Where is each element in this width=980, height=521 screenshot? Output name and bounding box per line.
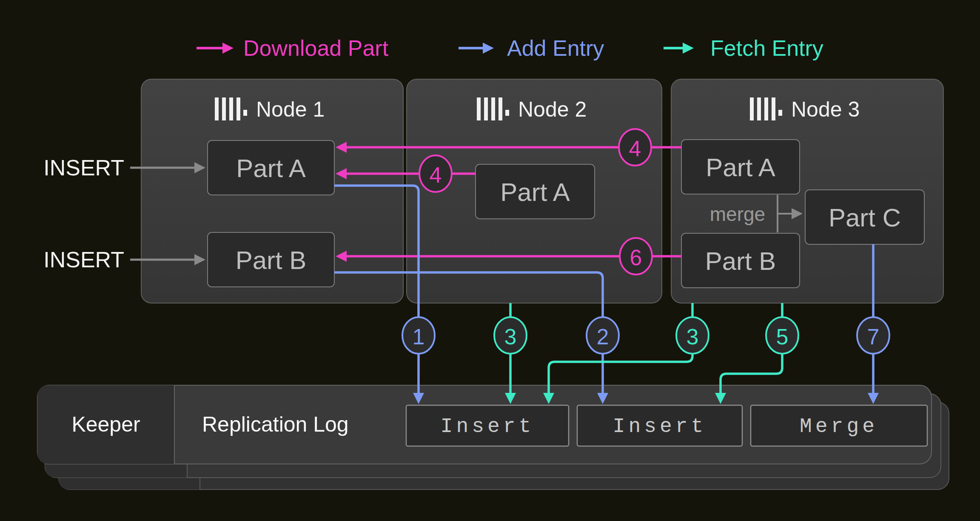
node-3-part-b-label: Part B — [705, 247, 776, 275]
badge-3b-label: 3 — [687, 324, 699, 349]
node-1-part-a-label: Part A — [236, 154, 305, 183]
log-entry-insert-2-label: Insert — [613, 415, 707, 438]
merge-label: merge — [710, 203, 765, 225]
badge-3b: 3 — [676, 317, 709, 354]
node-2: Node 2 Part A — [407, 79, 662, 303]
replication-diagram: Download Part Add Entry Fetch Entry Node… — [0, 0, 980, 521]
badge-6-label: 6 — [630, 245, 642, 270]
log-card-back-2-keeper-strip — [59, 478, 200, 490]
node-1-part-b-label: Part B — [236, 246, 307, 275]
badge-3a: 3 — [494, 317, 527, 354]
replication-log-card: Keeper Replication Log Insert Insert Mer… — [37, 385, 949, 490]
badge-4a: 4 — [619, 129, 651, 166]
badge-6: 6 — [620, 238, 652, 275]
badge-7: 7 — [857, 317, 889, 354]
badge-2: 2 — [587, 317, 619, 354]
legend-fetch-entry-label: Fetch Entry — [710, 36, 823, 60]
replication-log-title: Replication Log — [202, 412, 349, 436]
badge-5-label: 5 — [776, 324, 789, 349]
node-1: Node 1 Part A Part B — [141, 79, 403, 303]
insert-label-2: INSERT — [43, 247, 124, 272]
legend-add-entry-label: Add Entry — [507, 36, 604, 60]
log-entry-insert-1-label: Insert — [441, 415, 535, 438]
node-2-title: Node 2 — [518, 97, 587, 121]
log-entry-merge-label: Merge — [800, 415, 878, 438]
node-3-title: Node 3 — [791, 97, 860, 121]
keeper-label: Keeper — [71, 412, 140, 436]
legend-download-part-label: Download Part — [243, 36, 389, 60]
node-3: Node 3 Part A Part B merge Part C — [671, 79, 943, 303]
node-3-part-c-label: Part C — [829, 203, 901, 232]
badge-7-label: 7 — [867, 324, 880, 349]
badge-4b-label: 4 — [430, 163, 442, 187]
badge-4a-label: 4 — [629, 136, 641, 161]
log-card-back-1-keeper-strip — [45, 465, 187, 478]
badge-2-label: 2 — [597, 324, 609, 349]
badge-3a-label: 3 — [504, 324, 517, 349]
badge-5: 5 — [766, 317, 798, 354]
node-3-part-a-label: Part A — [706, 153, 775, 182]
badge-1: 1 — [402, 317, 435, 354]
fetch-entry-line-3b — [549, 303, 692, 393]
node-1-title: Node 1 — [256, 97, 325, 121]
node-2-part-a-label: Part A — [500, 178, 570, 206]
badge-4b: 4 — [419, 155, 452, 192]
badge-1-label: 1 — [413, 324, 425, 349]
insert-label-1: INSERT — [43, 155, 124, 180]
legend: Download Part Add Entry Fetch Entry — [197, 36, 823, 60]
